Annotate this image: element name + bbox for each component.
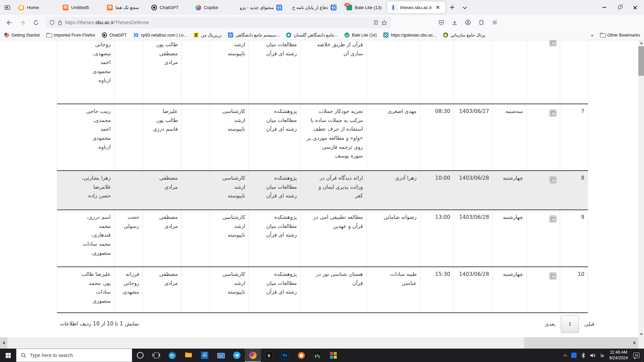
bookmark-item-2[interactable]: ChatGPT xyxy=(102,33,127,38)
wave-taskbar-button[interactable] xyxy=(309,349,325,362)
cell-degree: کارشناسی ارشد ناپیوسته xyxy=(210,104,249,171)
tab-1[interactable]: Untitled5 xyxy=(58,1,102,13)
tab-active[interactable]: theses.sbu.ac.ir xyxy=(387,1,445,13)
menu-button[interactable] xyxy=(489,17,500,28)
horizontal-scrollbar-thumb[interactable] xyxy=(7,337,524,349)
firefox-taskbar-button[interactable] xyxy=(245,349,261,362)
show-desktop-button[interactable] xyxy=(642,349,644,362)
tab-close-icon[interactable] xyxy=(435,5,441,10)
cell-supervisor: مصطفی مرادی xyxy=(143,210,181,267)
reader-mode-icon[interactable] xyxy=(373,20,378,25)
telegram-taskbar-button[interactable] xyxy=(229,349,245,362)
mail-taskbar-button[interactable] xyxy=(213,349,229,362)
search-placeholder: Type here to search xyxy=(30,353,73,358)
expand-row-button[interactable] xyxy=(549,110,556,117)
bluetooth-icon xyxy=(581,353,585,358)
bookmark-item-1[interactable]: Imported From Firefox xyxy=(46,33,95,38)
horizontal-scrollbar[interactable] xyxy=(0,337,644,349)
vertical-scrollbar-thumb[interactable] xyxy=(638,46,644,76)
cell-advisor xyxy=(114,171,143,210)
tab-strip: HomeUntitled5سجع تک هجاChatGPTCopilotمحت… xyxy=(13,0,446,15)
scroll-down-button[interactable] xyxy=(638,331,644,337)
new-tab-button[interactable] xyxy=(446,2,458,13)
tab-0[interactable]: Home xyxy=(14,1,57,13)
bookmark-item-9[interactable]: پرتال جامع سازمانی xyxy=(443,33,485,38)
tab-7[interactable]: 13Bale Lite (13) xyxy=(342,1,386,13)
back-button[interactable] xyxy=(3,17,15,28)
tab-list-dropdown[interactable] xyxy=(459,2,471,13)
language-indicator[interactable]: فا xyxy=(598,349,606,362)
task-view-taskbar-button[interactable] xyxy=(148,349,164,362)
taskbar-search-box[interactable]: Type here to search xyxy=(16,349,132,362)
start-button[interactable] xyxy=(0,349,16,362)
tab-2[interactable]: سجع تک هجا xyxy=(102,1,146,13)
bluetooth-button[interactable] xyxy=(579,349,588,362)
tab-4[interactable]: Copilot xyxy=(191,1,234,13)
bookmark-item-8[interactable]: https://golestan.sbu.ac... xyxy=(383,33,436,38)
cell-advisor xyxy=(114,104,143,171)
cell-advisor: فرزانه روحانی مشهدی xyxy=(114,267,143,313)
shield-icon xyxy=(50,20,55,25)
action-center-button[interactable]: 18 xyxy=(631,349,642,362)
restore-button[interactable] xyxy=(612,0,627,15)
expand-row-button[interactable] xyxy=(549,273,556,280)
tab-5[interactable]: محتوای جدید - پژو xyxy=(235,1,287,13)
cell-title: مطالعه تطبیقی امی در قرآن و عهدین xyxy=(301,210,367,267)
next-page-link[interactable]: بعدی xyxy=(545,321,555,327)
tiles-taskbar-button[interactable] xyxy=(325,349,341,362)
expand-row-button[interactable] xyxy=(549,40,556,46)
tab-label: دفاع از پایان نامه خ xyxy=(292,5,328,10)
scroll-up-button[interactable] xyxy=(638,40,644,46)
photoshop-taskbar-button[interactable]: Ps xyxy=(277,349,293,362)
bookmark-item-3[interactable]: cp93.netafraz.com | Lo... xyxy=(133,33,187,38)
bookmark-item-5[interactable]: سیستم جامع دانشگاهی... xyxy=(228,33,279,38)
bookmark-star-icon[interactable] xyxy=(381,20,387,25)
page-number-button[interactable]: 1 xyxy=(561,315,579,333)
bookmark-label: Getting Started xyxy=(11,33,40,38)
navigation-toolbar: https://theses.sbu.ac.ir/ThesesDefense xyxy=(0,15,644,30)
tray-app-button[interactable] xyxy=(569,349,579,362)
bookmarks-overflow-button[interactable]: » xyxy=(591,32,593,38)
scroll-left-button[interactable] xyxy=(0,337,7,349)
store-taskbar-button[interactable] xyxy=(197,349,213,362)
orange-ring-taskbar-button[interactable] xyxy=(293,349,309,362)
reload-button[interactable] xyxy=(30,17,42,28)
cell-extra xyxy=(181,267,210,313)
firefox-view-button[interactable] xyxy=(1,1,13,13)
minimize-button[interactable] xyxy=(596,0,612,15)
cell-num: 10 xyxy=(560,267,588,313)
pocket-button[interactable] xyxy=(435,17,447,28)
prev-page-link[interactable]: قبلی xyxy=(584,321,594,327)
edge-taskbar-button[interactable] xyxy=(164,349,180,362)
volume-button[interactable] xyxy=(588,349,598,362)
bale-favicon-icon: 13 xyxy=(346,5,352,10)
bookmark-item-4[interactable]: زرین‌پال من xyxy=(194,33,221,38)
close-button[interactable] xyxy=(627,0,643,15)
bookmark-item-6[interactable]: جامع دانشگاهي گلستان... xyxy=(286,33,338,38)
tab-6[interactable]: دفاع از پایان نامه خ xyxy=(287,1,341,13)
lock-icon xyxy=(58,20,62,25)
forward-button[interactable] xyxy=(17,17,28,28)
downloads-button[interactable] xyxy=(449,17,460,28)
tab-label: ChatGPT xyxy=(160,5,178,10)
tray-expand-button[interactable] xyxy=(561,349,569,362)
url-bar[interactable]: https://theses.sbu.ac.ir/ThesesDefense xyxy=(46,17,391,28)
file-explorer-taskbar-button[interactable] xyxy=(180,349,197,362)
tab-3[interactable]: ChatGPT xyxy=(147,1,190,13)
account-button[interactable] xyxy=(462,17,474,28)
bookmark-item-0[interactable]: Getting Started xyxy=(4,33,40,38)
taskbar-app-icons: kPs xyxy=(132,349,341,362)
cell-student: رضوانه شامانی xyxy=(367,210,420,267)
taskbar-clock[interactable]: 11:48 AM 9/24/2024 xyxy=(606,349,631,362)
forward-icon xyxy=(20,20,25,25)
expand-row-button[interactable] xyxy=(549,176,556,183)
scroll-right-button[interactable] xyxy=(631,337,638,349)
extensions-button[interactable] xyxy=(476,17,487,28)
minimize-icon xyxy=(602,7,606,8)
other-bookmarks-button[interactable]: Other Bookmarks xyxy=(600,33,640,38)
vertical-scrollbar[interactable] xyxy=(638,40,644,337)
cortana-taskbar-button[interactable] xyxy=(132,349,148,362)
expand-row-button[interactable] xyxy=(549,216,556,223)
bookmark-item-7[interactable]: Bale Lite (14) xyxy=(344,33,377,38)
kite-taskbar-button[interactable]: k xyxy=(261,349,277,362)
